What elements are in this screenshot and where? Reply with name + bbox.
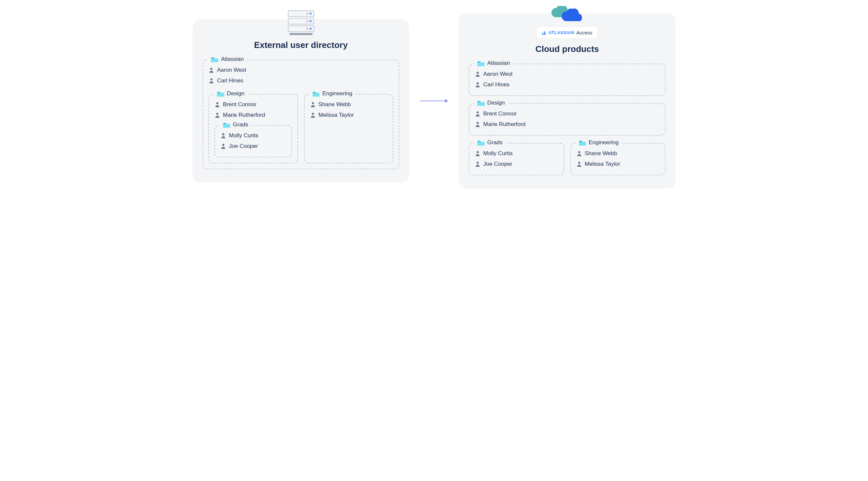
svg-point-0 xyxy=(210,67,212,69)
group-label: Design xyxy=(214,90,248,97)
folder-icon xyxy=(477,100,485,106)
user-name: Melissa Taylor xyxy=(585,161,620,168)
group-name: Grads xyxy=(233,121,248,128)
atlassian-logo-icon xyxy=(542,30,547,35)
group-name: Grads xyxy=(487,139,502,146)
user-name: Carl Hines xyxy=(217,78,243,84)
person-icon xyxy=(215,102,220,107)
cloud-products-header: ATLASSIAN Access Cloud products xyxy=(469,23,665,56)
svg-point-11 xyxy=(477,112,479,114)
subgroups: Design Brent Connor Marie Rutherford xyxy=(208,89,393,163)
user-name: Carl Hines xyxy=(483,81,509,88)
arrow-icon xyxy=(419,98,449,104)
sync-diagram: External user directory Atlassian Aaron … xyxy=(192,13,676,188)
user-name: Marie Rutherford xyxy=(483,121,526,128)
group-label: Engineering xyxy=(309,90,356,97)
external-directory-header: External user directory xyxy=(203,29,399,52)
user-row: Brent Connor xyxy=(475,109,660,119)
user-row: Joe Cooper xyxy=(220,141,286,151)
group-label: Atlassian xyxy=(208,56,247,62)
svg-point-4 xyxy=(222,133,224,135)
user-name: Aaron West xyxy=(217,67,246,73)
user-row: Shane Webb xyxy=(310,99,388,110)
folder-icon xyxy=(477,60,485,66)
person-icon xyxy=(221,133,226,138)
person-icon xyxy=(577,161,582,167)
person-icon xyxy=(221,144,226,149)
user-name: Joe Cooper xyxy=(229,143,258,150)
group-engineering: Engineering Shane Webb Melissa Taylor xyxy=(304,94,394,163)
user-name: Brent Connor xyxy=(223,101,256,108)
user-row: Melissa Taylor xyxy=(310,110,388,120)
group-label: Grads xyxy=(220,121,251,128)
atlassian-access-badge: ATLASSIAN Access xyxy=(537,27,597,38)
person-icon xyxy=(311,113,315,118)
person-icon xyxy=(475,71,480,77)
user-row: Carl Hines xyxy=(475,80,660,90)
folder-icon xyxy=(217,91,224,97)
folder-icon xyxy=(223,122,230,128)
group-design: Design Brent Connor Marie Rutherford xyxy=(208,94,298,163)
person-icon xyxy=(311,102,315,107)
svg-point-14 xyxy=(477,162,479,164)
group-grads: Grads Molly Curtis Joe Cooper xyxy=(214,125,292,157)
person-icon xyxy=(577,151,582,156)
badge-product: Access xyxy=(576,30,592,35)
group-design-flat: Design Brent Connor Marie Rutherford xyxy=(469,103,665,136)
svg-point-5 xyxy=(222,144,224,146)
group-engineering-flat: Engineering Shane Webb Melissa Taylor xyxy=(570,143,666,175)
user-row: Molly Curtis xyxy=(220,130,286,141)
user-row: Joe Cooper xyxy=(475,159,558,169)
user-name: Aaron West xyxy=(483,71,513,78)
svg-point-15 xyxy=(578,151,580,153)
user-name: Shane Webb xyxy=(585,150,617,157)
user-row: Aaron West xyxy=(208,65,393,76)
cloud-icon xyxy=(549,5,586,25)
svg-point-9 xyxy=(477,72,479,74)
group-name: Design xyxy=(227,90,244,97)
user-name: Molly Curtis xyxy=(229,132,258,139)
cloud-products-title: Cloud products xyxy=(535,44,599,54)
svg-point-10 xyxy=(477,82,479,84)
external-directory-panel: External user directory Atlassian Aaron … xyxy=(192,20,409,183)
user-name: Joe Cooper xyxy=(483,161,513,168)
svg-point-1 xyxy=(210,78,212,80)
person-icon xyxy=(209,78,214,83)
user-row: Brent Connor xyxy=(214,99,292,110)
group-label: Grads xyxy=(474,139,506,146)
folder-icon xyxy=(211,56,218,62)
group-atlassian: Atlassian Aaron West Carl Hines Design xyxy=(203,60,399,169)
folder-icon xyxy=(579,140,586,146)
svg-point-7 xyxy=(312,113,314,115)
folder-icon xyxy=(313,91,320,97)
person-icon xyxy=(209,67,214,73)
user-name: Marie Rutherford xyxy=(223,112,265,118)
group-atlassian-flat: Atlassian Aaron West Carl Hines xyxy=(469,63,665,96)
group-grads-flat: Grads Molly Curtis Joe Cooper xyxy=(469,143,564,175)
group-name: Engineering xyxy=(589,139,619,146)
user-row: Marie Rutherford xyxy=(475,119,660,130)
badge-brand: ATLASSIAN xyxy=(549,30,574,35)
svg-point-2 xyxy=(216,102,218,104)
group-label: Design xyxy=(474,99,508,106)
person-icon xyxy=(215,113,220,118)
svg-point-13 xyxy=(477,151,479,153)
group-label: Atlassian xyxy=(474,60,514,66)
person-icon xyxy=(475,111,480,116)
group-name: Design xyxy=(487,99,505,106)
group-name: Engineering xyxy=(322,90,352,97)
group-name: Atlassian xyxy=(221,56,244,62)
folder-icon xyxy=(477,140,485,146)
group-label: Engineering xyxy=(576,139,622,146)
svg-point-3 xyxy=(216,113,218,115)
svg-point-12 xyxy=(477,122,479,124)
user-row: Melissa Taylor xyxy=(576,159,660,169)
person-icon xyxy=(475,122,480,127)
svg-point-6 xyxy=(312,102,314,104)
user-row: Shane Webb xyxy=(576,148,660,159)
svg-point-16 xyxy=(578,162,580,164)
person-icon xyxy=(475,82,480,87)
flat-groups: Atlassian Aaron West Carl Hines Design xyxy=(469,63,665,175)
user-name: Brent Connor xyxy=(483,111,517,117)
user-row: Carl Hines xyxy=(208,76,393,86)
